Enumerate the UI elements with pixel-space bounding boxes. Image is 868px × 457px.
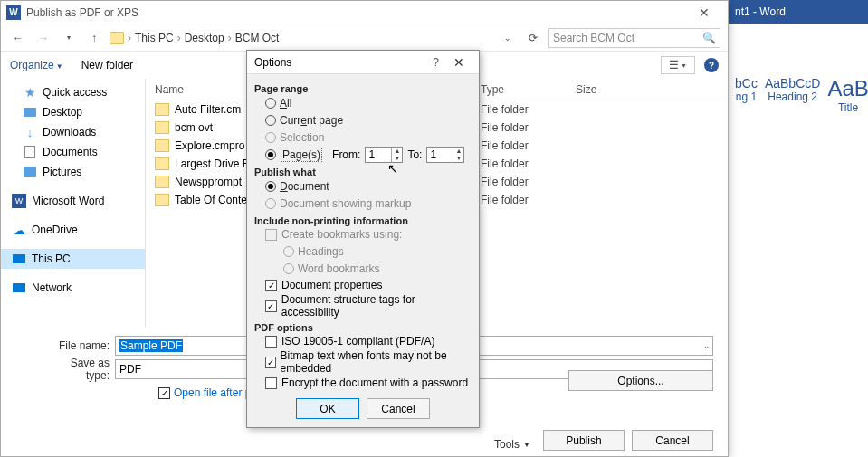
search-placeholder: Search BCM Oct <box>553 32 634 44</box>
spin-up-icon[interactable]: ▲ <box>453 148 463 155</box>
ok-button[interactable]: OK <box>296 398 359 419</box>
sidebar-item-downloads[interactable]: Downloads <box>1 122 145 142</box>
breadcrumb-bcm-oct[interactable]: BCM Oct <box>235 32 280 44</box>
word-style-gallery: bCcng 1 AaBbCcDHeading 2 AaBTitle <box>728 72 868 118</box>
search-icon[interactable]: 🔍 <box>702 32 716 44</box>
address-dropdown[interactable]: ⌄ <box>498 33 518 43</box>
tools-menu[interactable]: Tools▼ <box>494 438 530 451</box>
spin-up-icon[interactable]: ▲ <box>392 148 402 155</box>
new-folder-button[interactable]: New folder <box>81 59 133 71</box>
options-title-text: Options <box>254 56 291 69</box>
search-input[interactable]: Search BCM Oct 🔍 <box>548 28 720 48</box>
folder-icon <box>155 139 169 152</box>
download-icon <box>23 125 37 139</box>
spin-down-icon[interactable]: ▼ <box>392 155 402 162</box>
radio-icon <box>283 263 294 274</box>
refresh-icon[interactable]: ⟳ <box>523 32 543 44</box>
radio-icon <box>283 246 294 257</box>
options-title-bar: Options ? ✕ <box>247 51 479 74</box>
check-encrypt[interactable]: Encrypt the document with a password <box>254 375 472 391</box>
radio-icon <box>265 198 276 209</box>
star-icon: ★ <box>23 85 37 100</box>
publish-title-text: Publish as PDF or XPS <box>26 6 138 19</box>
help-icon[interactable]: ? <box>425 56 446 69</box>
sidebar-item-network[interactable]: Network <box>1 278 145 298</box>
check-doc-properties[interactable]: Document properties <box>254 277 472 293</box>
cancel-button[interactable]: Cancel <box>632 430 713 451</box>
check-bitmap-text[interactable]: Bitmap text when fonts may not be embedd… <box>254 349 472 375</box>
up-button[interactable]: ↑ <box>84 28 104 48</box>
column-size[interactable]: Size <box>576 83 719 96</box>
folder-icon <box>155 176 169 188</box>
options-button[interactable]: Options... <box>568 370 713 391</box>
to-spinner[interactable]: 1▲▼ <box>426 147 464 163</box>
sidebar-item-documents[interactable]: Documents <box>1 142 145 162</box>
include-label: Include non-printing information <box>254 215 472 226</box>
chevron-right-icon: › <box>228 32 232 44</box>
chevron-right-icon: › <box>177 32 181 44</box>
radio-document[interactable]: Document <box>254 177 472 195</box>
radio-icon <box>265 149 276 160</box>
nav-bar: ← → ▾ ↑ › This PC › Desktop › BCM Oct ⌄ … <box>1 24 728 52</box>
view-mode-button[interactable]: ☰▼ <box>661 56 695 74</box>
chevron-down-icon: ▼ <box>56 62 63 71</box>
radio-word-bookmarks: Word bookmarks <box>254 260 472 277</box>
breadcrumb-desktop[interactable]: Desktop <box>185 32 224 44</box>
checkbox-icon <box>265 300 277 312</box>
chevron-right-icon: › <box>128 32 131 44</box>
word-icon: W <box>12 194 26 208</box>
radio-icon <box>265 132 276 143</box>
sidebar-item-quick-access[interactable]: ★Quick access <box>1 82 145 102</box>
forward-button[interactable]: → <box>33 28 53 48</box>
desktop-icon <box>23 105 37 119</box>
folder-icon <box>155 194 169 206</box>
picture-icon <box>23 165 37 179</box>
close-icon[interactable]: ✕ <box>446 55 472 70</box>
back-button[interactable]: ← <box>8 28 28 48</box>
publish-what-label: Publish what <box>254 167 472 177</box>
radio-current-page[interactable]: Current page <box>254 111 472 129</box>
recent-dropdown[interactable]: ▾ <box>59 28 79 48</box>
folder-icon <box>110 32 124 44</box>
column-type[interactable]: Type <box>481 83 576 96</box>
radio-selection: Selection <box>254 129 472 146</box>
check-doc-structure-tags[interactable]: Document structure tags for accessibilit… <box>254 293 472 319</box>
close-icon[interactable]: ✕ <box>686 5 722 20</box>
sidebar-item-onedrive[interactable]: OneDrive <box>1 220 145 240</box>
pc-icon <box>12 252 26 266</box>
radio-icon <box>265 115 276 126</box>
radio-all[interactable]: All <box>254 94 472 111</box>
breadcrumb[interactable]: › This PC › Desktop › BCM Oct <box>110 32 492 44</box>
publish-title-bar: W Publish as PDF or XPS ✕ <box>1 1 728 24</box>
check-iso[interactable]: ISO 19005-1 compliant (PDF/A) <box>254 333 472 349</box>
publish-button[interactable]: Publish <box>543 430 625 451</box>
checkbox-icon <box>158 387 170 399</box>
document-icon <box>23 145 37 159</box>
from-spinner[interactable]: 1▲▼ <box>365 147 403 163</box>
word-title-text: nt1 - Word <box>735 5 786 18</box>
style-heading1[interactable]: bCcng 1 <box>735 76 758 114</box>
spin-down-icon[interactable]: ▼ <box>453 155 463 162</box>
radio-pages[interactable]: Page(s) From: 1▲▼ To: 1▲▼ <box>254 146 472 163</box>
sidebar-item-desktop[interactable]: Desktop <box>1 102 145 122</box>
breadcrumb-this-pc[interactable]: This PC <box>135 32 174 44</box>
page-range-label: Page range <box>254 83 472 94</box>
checkbox-icon <box>265 280 277 291</box>
style-heading2[interactable]: AaBbCcDHeading 2 <box>765 76 820 114</box>
organize-menu[interactable]: Organize▼ <box>10 59 63 71</box>
checkbox-icon <box>265 336 277 348</box>
sidebar-item-this-pc[interactable]: This PC <box>1 249 145 269</box>
checkbox-icon <box>265 357 276 368</box>
help-icon[interactable]: ? <box>704 58 719 72</box>
sidebar-item-pictures[interactable]: Pictures <box>1 162 145 182</box>
navigation-sidebar: ★Quick access Desktop Downloads Document… <box>1 79 146 327</box>
cloud-icon <box>12 223 26 237</box>
sidebar-item-word[interactable]: WMicrosoft Word <box>1 191 145 211</box>
chevron-down-icon[interactable]: ⌄ <box>703 341 711 350</box>
chevron-down-icon: ▼ <box>523 441 530 449</box>
options-dialog: Options ? ✕ Page range All Current page … <box>246 50 480 428</box>
style-title[interactable]: AaBTitle <box>827 76 868 114</box>
cancel-button[interactable]: Cancel <box>367 398 430 419</box>
check-bookmarks: Create bookmarks using: <box>254 226 472 243</box>
word-title-bar: nt1 - Word <box>728 0 868 24</box>
